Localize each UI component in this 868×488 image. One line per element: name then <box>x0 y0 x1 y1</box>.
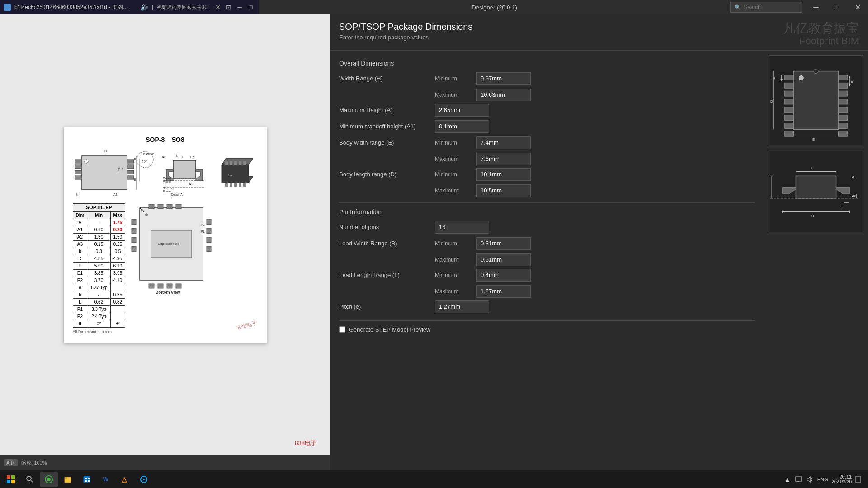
tab-expand-btn[interactable]: ⊡ <box>224 3 233 12</box>
lead-length-max-input[interactable] <box>476 285 531 298</box>
width-range-group: Width Range (H) Minimum <box>339 72 755 85</box>
overall-section-title: Overall Dimensions <box>339 60 755 67</box>
pkg-top-view-diagram: e B D E <box>769 55 863 145</box>
svg-marker-36 <box>222 165 249 183</box>
mute-btn[interactable]: 🔊 <box>139 3 148 12</box>
image-area[interactable]: SOP-8 SO8 <box>0 14 330 455</box>
svg-rect-132 <box>88 478 90 479</box>
table-cell: 5.90 <box>87 263 110 270</box>
generate-step-label[interactable]: Generate STEP Model Preview <box>339 326 755 333</box>
svg-rect-42 <box>243 183 246 187</box>
width-min-input[interactable] <box>476 72 531 85</box>
svg-rect-81 <box>785 123 794 128</box>
lead-width-max-input[interactable] <box>476 253 531 266</box>
right-header: SOP/TSOP Package Dimensions Enter the re… <box>330 14 868 51</box>
tab-close-btn[interactable]: ✕ <box>213 3 222 12</box>
svg-text:E: E <box>812 137 815 141</box>
svg-rect-61 <box>132 228 136 234</box>
perspective-view: IC <box>212 147 258 199</box>
svg-text:D: D <box>182 155 184 159</box>
table-cell: 0.25 <box>110 241 125 248</box>
body-width-min-label: Minimum <box>435 140 471 146</box>
svg-text:7~9: 7~9 <box>118 168 123 171</box>
body-length-min-input[interactable] <box>476 168 531 181</box>
svg-text:L: L <box>171 197 173 199</box>
tray-chevron[interactable]: ▲ <box>783 475 792 484</box>
svg-rect-141 <box>855 477 861 482</box>
svg-rect-41 <box>239 183 241 187</box>
svg-point-69 <box>145 213 148 216</box>
svg-text:Bottom View: Bottom View <box>156 290 180 295</box>
alt-badge: Alt+ <box>4 459 18 466</box>
taskbar-app6[interactable] <box>135 472 153 487</box>
body-width-min-input[interactable] <box>476 136 531 149</box>
close-btn[interactable]: ✕ <box>847 0 868 14</box>
svg-rect-131 <box>85 478 87 479</box>
maximize-btn[interactable]: □ <box>826 0 847 14</box>
width-max-input[interactable] <box>476 89 531 101</box>
search-input[interactable] <box>744 4 798 10</box>
lead-length-min-input[interactable] <box>476 269 531 282</box>
standoff-label: Minimum standoff height (A1) <box>339 123 429 130</box>
body-length-max-group: Maximum <box>435 184 755 197</box>
svg-rect-38 <box>225 183 228 187</box>
minimize-btn[interactable]: ─ <box>806 0 826 14</box>
tab-menu-btn[interactable]: ─ <box>235 3 244 12</box>
svg-rect-89 <box>839 123 848 128</box>
width-min-label: Minimum <box>435 75 471 82</box>
lead-width-max-label: Maximum <box>435 257 471 263</box>
dimensions-table: SOP-8L-EP Dim Min Max A-1.75A10.100.20A2 <box>73 203 126 334</box>
table-cell: A <box>73 219 87 226</box>
svg-rect-133 <box>85 480 87 482</box>
tab-maxrestore-btn[interactable]: □ <box>246 3 255 12</box>
taskbar-browser[interactable] <box>40 472 58 487</box>
body-length-group: Body length range (D) Minimum <box>339 168 755 181</box>
generate-step-checkbox[interactable] <box>339 326 345 333</box>
taskbar-search[interactable] <box>21 472 39 487</box>
svg-rect-45 <box>234 161 237 165</box>
body-width-max-input[interactable] <box>476 153 531 165</box>
svg-text:H: H <box>811 214 814 218</box>
body-length-max-input[interactable] <box>476 184 531 197</box>
tray-notifications[interactable] <box>854 475 863 484</box>
svg-rect-137 <box>795 477 802 481</box>
search-box[interactable]: 🔍 <box>730 2 802 13</box>
table-cell: e <box>73 284 87 291</box>
svg-rect-52 <box>149 204 154 209</box>
start-button[interactable] <box>2 472 20 487</box>
pitch-input[interactable] <box>435 300 489 313</box>
max-height-input[interactable] <box>435 104 489 117</box>
body-width-group: Body width range (E) Minimum <box>339 136 755 149</box>
svg-text:Plane: Plane <box>163 190 171 193</box>
svg-text:Detail 'A': Detail 'A' <box>142 152 154 155</box>
standoff-input[interactable] <box>435 120 489 133</box>
tray-monitor[interactable] <box>794 475 803 484</box>
svg-text:P2: P2 <box>201 223 205 226</box>
taskbar-draw[interactable] <box>116 472 134 487</box>
table-cell: 1.30 <box>87 234 110 241</box>
lead-length-max-group: Maximum <box>435 285 755 298</box>
taskbar-word[interactable]: W <box>97 472 115 487</box>
svg-rect-123 <box>11 480 15 483</box>
table-cell: E <box>73 263 87 270</box>
svg-rect-3 <box>75 170 82 174</box>
lead-length-min-label: Minimum <box>435 272 471 278</box>
taskbar-windows[interactable] <box>78 472 96 487</box>
svg-text:A: A <box>852 175 854 179</box>
svg-rect-40 <box>234 183 237 187</box>
table-cell: 0.62 <box>87 299 110 306</box>
page-subtitle: Enter the required package values. <box>339 34 472 41</box>
pitch-label: Pitch (e) <box>339 303 429 310</box>
table-cell: L <box>73 299 87 306</box>
svg-rect-134 <box>88 480 90 482</box>
table-cell: - <box>87 291 110 299</box>
section-divider <box>339 202 755 203</box>
tab-subtitle: 视频界的美图秀秀来啦！ <box>157 4 212 11</box>
tray-volume[interactable] <box>805 475 814 484</box>
svg-rect-7 <box>127 170 134 174</box>
svg-rect-77 <box>785 91 794 96</box>
lead-width-min-input[interactable] <box>476 237 531 250</box>
lang-display[interactable]: ENG <box>816 476 830 483</box>
num-pins-input[interactable] <box>435 221 489 234</box>
taskbar-files[interactable] <box>59 472 77 487</box>
